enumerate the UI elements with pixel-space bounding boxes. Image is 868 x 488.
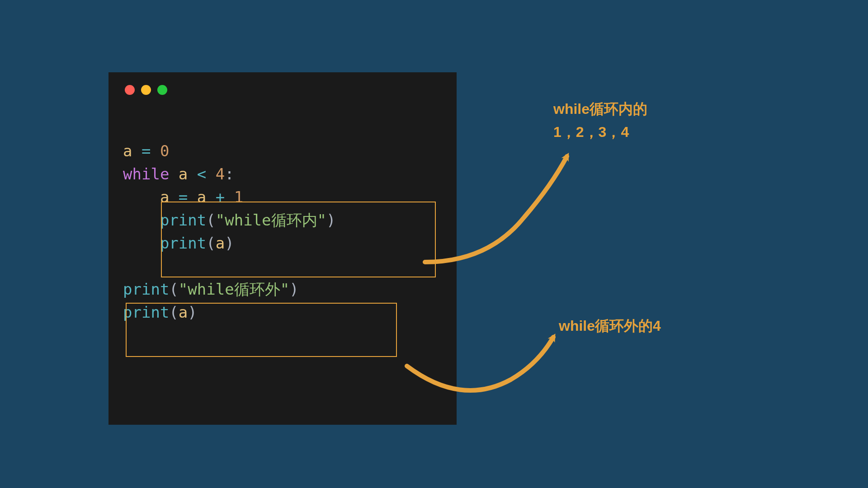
code-token: < [197,165,206,183]
close-icon [125,85,135,95]
code-token: + [216,188,225,206]
code-token: print [123,280,169,298]
code-token: "while循环内" [216,211,326,229]
code-window: a = 0 while a < 4: a = a + 1 print("whil… [108,72,457,425]
maximize-icon [157,85,167,95]
annotation-line: 1，2，3，4 [553,121,647,144]
code-token: a [216,234,225,252]
minimize-icon [141,85,151,95]
traffic-lights [123,85,442,95]
code-token: ) [225,234,234,252]
code-token: ( [169,280,178,298]
code-token: 4 [216,165,225,183]
code-token: "while循环外" [179,280,289,298]
code-token: a [179,165,188,183]
code-token: ( [206,211,215,229]
code-token: a [160,188,169,206]
code-token: ) [289,280,298,298]
code-token: ) [326,211,335,229]
code-token: a [123,142,132,160]
code-token: 1 [234,188,243,206]
code-token: ( [206,234,215,252]
code-token: while [123,165,169,183]
code-token: print [160,234,206,252]
code-token: ) [188,303,197,321]
code-token: = [179,188,188,206]
code-token: : [225,165,234,183]
annotation-text: while循环外的4 [559,318,661,334]
annotation-outer-loop: while循环外的4 [559,314,661,338]
code-token: = [142,142,151,160]
code-token: print [160,211,206,229]
annotation-line: while循环内的 [553,98,647,121]
code-token: ( [169,303,178,321]
annotation-inner-loop: while循环内的 1，2，3，4 [553,98,647,144]
code-token: a [197,188,206,206]
code-token: print [123,303,169,321]
code-token: a [179,303,188,321]
code-token: 0 [160,142,169,160]
code-block: a = 0 while a < 4: a = a + 1 print("whil… [123,117,442,324]
